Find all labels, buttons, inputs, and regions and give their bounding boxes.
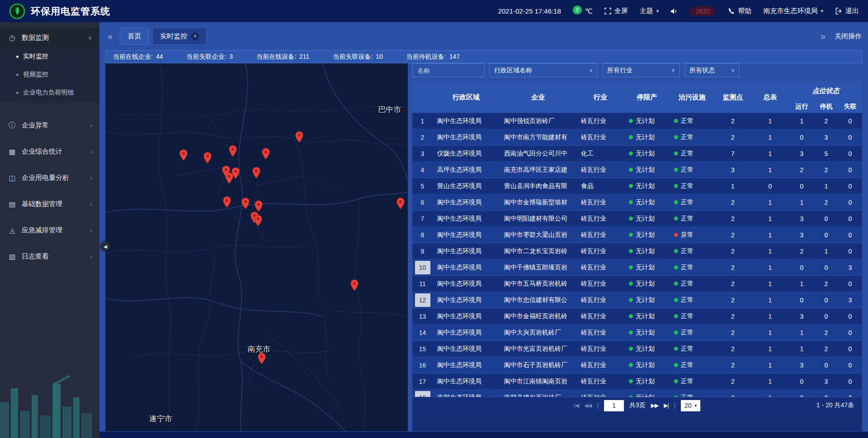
status-dot-icon (629, 119, 633, 123)
sidebar-item-实时监控[interactable]: 实时监控 (0, 47, 99, 66)
cell-company: 阆中市石子页岩机砖厂 (500, 357, 576, 373)
table-row[interactable]: 3仪陇生态环境局西南油气田分公司川中化工无计划正常71350 (412, 146, 862, 162)
table-row[interactable]: 10阆中生态环境局阆中千佛镇五郎垭页岩砖瓦行业无计划正常21003 (412, 259, 862, 276)
col-stopped: 停机 (814, 100, 838, 113)
tab-首页[interactable]: 首页 (120, 28, 149, 45)
speaker-icon (670, 8, 678, 14)
map-pin-icon[interactable] (241, 198, 250, 210)
org-dropdown[interactable]: 南充市生态环境局 ▾ (763, 7, 823, 15)
tabs-scroll-right-icon[interactable]: » (819, 31, 827, 42)
last-page-button[interactable]: ▶| (664, 402, 668, 409)
status-dot-icon (629, 298, 633, 302)
sidebar-item-label: 实时监控 (23, 52, 48, 61)
table-row[interactable]: 8阆中生态环境局阆中市枣碧大梁山页岩砖瓦行业无计划异常21300 (412, 227, 862, 243)
table-row[interactable]: 14阆中生态环境局阆中大兴页岩机砖厂砖瓦行业无计划正常21120 (412, 325, 862, 341)
status-dot-icon (674, 347, 678, 351)
table-row[interactable]: 6阆中生态环境局阆中市金博瑞新型墙材砖瓦行业无计划正常21120 (412, 194, 862, 211)
map-panel[interactable]: 巴中市南充市遂宁市 (105, 63, 408, 431)
map-pin-icon[interactable] (231, 167, 240, 179)
map-pin-icon[interactable] (257, 353, 266, 365)
sidebar-item-label: 视频监控 (23, 71, 48, 79)
cell-total-meter: 1 (751, 357, 789, 373)
table-row[interactable]: 15阆中生态环境局阆中市光富页岩机砖厂砖瓦行业无计划正常21120 (412, 341, 862, 357)
fullscreen-icon (604, 8, 611, 14)
table-row[interactable]: 1阆中生态环境局阆中强锐页岩砖厂砖瓦行业无计划正常21120 (412, 113, 862, 129)
status-select[interactable]: 所有状态 ∨ (684, 63, 740, 77)
cell-running: 1 (789, 194, 814, 210)
stat-label: 当前在线企业: (113, 53, 153, 61)
page-size-select[interactable]: 20 ▾ (681, 400, 700, 411)
status-dot-icon (674, 184, 678, 188)
table-body: 1阆中生态环境局阆中强锐页岩砖厂砖瓦行业无计划正常211202阆中生态环境局阆中… (412, 113, 862, 397)
cell-stopped: 2 (814, 276, 838, 292)
sidebar-section-应急减排管理[interactable]: ◬应急减排管理‹ (0, 220, 99, 240)
table-row[interactable]: 18南部生态环境局南部县建兴页岩砖厂砖瓦行业无计划正常21003 (412, 390, 862, 397)
tab-实时监控[interactable]: 实时监控× (152, 28, 207, 45)
sidebar-section-数据监测[interactable]: ◷数据监测∨ (0, 28, 99, 47)
sidebar-item-视频监控[interactable]: 视频监控 (0, 66, 99, 84)
stats-icon: ▦ (7, 147, 17, 156)
sidebar-section-企业综合统计[interactable]: ▦企业综合统计‹ (0, 141, 99, 161)
cell-total-meter: 1 (751, 129, 789, 145)
map-pin-icon[interactable] (261, 148, 270, 160)
log-icon: ▧ (7, 252, 17, 261)
alarm-count-badge[interactable]: 2632 (689, 6, 716, 16)
table-row[interactable]: 12阆中生态环境局阆中市忠信建材有限公砖瓦行业无计划正常21003 (412, 292, 862, 308)
tabs: 首页实时监控× (120, 28, 207, 45)
cell-monitor-points: 2 (715, 341, 751, 357)
cell-company: 南部县建兴页岩砖厂 (500, 390, 576, 397)
page-input[interactable] (604, 400, 624, 411)
close-operations-dropdown[interactable]: 关闭操作 (835, 32, 862, 41)
table-row[interactable]: 2阆中生态环境局阆中市南方节能建材有砖瓦行业无计划正常21030 (412, 129, 862, 146)
fullscreen-button[interactable]: 全屏 (604, 7, 628, 15)
theme-dropdown[interactable]: 主题 ▾ (640, 7, 659, 15)
help-button[interactable]: 帮助 (728, 7, 751, 15)
map-pin-icon[interactable] (396, 198, 405, 210)
cell-lost: 0 (838, 129, 862, 145)
name-search-input[interactable] (412, 63, 485, 77)
cell-treatment: 正常 (670, 211, 715, 226)
first-page-button[interactable]: |◀ (574, 402, 579, 409)
map-pin-icon[interactable] (254, 215, 262, 227)
sidebar-item-企业电力负荷明细[interactable]: 企业电力负荷明细 (0, 84, 99, 102)
prev-page-button[interactable]: ◀◀ (584, 402, 591, 409)
map-pin-icon[interactable] (229, 145, 237, 157)
industry-select[interactable]: 所有行业 ∨ (602, 63, 680, 77)
cell-lost: 0 (838, 341, 862, 357)
table-row[interactable]: 4高坪生态环境局南充市高坪区王家店建砖瓦行业无计划正常31220 (412, 162, 862, 178)
table-row[interactable]: 17阆中生态环境局阆中市江南镇阆南页岩砖瓦行业无计划正常21030 (412, 373, 862, 390)
region-select[interactable]: 行政区域名称 ∨ (489, 63, 598, 77)
map-pin-icon[interactable] (203, 152, 212, 164)
cell-index: 8 (412, 227, 433, 243)
table-row[interactable]: 9阆中生态环境局阆中市二龙长宝页岩砖砖瓦行业无计划正常21210 (412, 243, 862, 259)
map-collapse-button[interactable]: ◀ (100, 241, 110, 251)
sidebar-section-日志查看[interactable]: ▧日志查看‹ (0, 246, 99, 266)
sidebar-section-基础数据管理[interactable]: ▤基础数据管理‹ (0, 194, 99, 214)
status-dot-icon (674, 379, 678, 383)
cell-stop-limit: 无计划 (624, 146, 670, 161)
logout-button[interactable]: 退出 (835, 7, 859, 15)
sidebar-section-企业异常[interactable]: ⓘ企业异常‹ (0, 115, 99, 135)
close-icon[interactable]: × (191, 33, 199, 40)
table-filler (412, 414, 862, 431)
next-page-button[interactable]: ▶▶ (651, 402, 658, 409)
tabs-scroll-left-icon[interactable]: « (106, 31, 114, 42)
chevron-left-icon: ‹ (90, 253, 92, 260)
table-row[interactable]: 13阆中生态环境局阆中市金福旺页岩机砖砖瓦行业无计划正常21300 (412, 308, 862, 325)
status-dot-icon (674, 298, 678, 302)
map-pin-icon[interactable] (295, 131, 304, 143)
table-header: 行政区域 企业 行业 停限产 治污设施 监测点 总表 点位状态 运行 停机 失联 (412, 81, 862, 113)
cell-treatment: 正常 (670, 292, 715, 308)
table-row[interactable]: 5营山生态环境局营山县润丰肉食品有限食品无计划正常10010 (412, 178, 862, 194)
sidebar-section-企业用电量分析[interactable]: ◫企业用电量分析‹ (0, 168, 99, 188)
map-pin-icon[interactable] (254, 200, 263, 212)
map-pin-icon[interactable] (222, 196, 231, 208)
map-pin-icon[interactable] (350, 279, 359, 292)
alarm-sound-button[interactable] (670, 8, 678, 14)
map-pin-icon[interactable] (252, 167, 260, 179)
cell-stopped: 0 (814, 357, 838, 373)
table-row[interactable]: 7阆中生态环境局阆中明阳建材有限公司砖瓦行业无计划正常21300 (412, 211, 862, 227)
table-row[interactable]: 16阆中生态环境局阆中市石子页岩机砖厂砖瓦行业无计划正常21300 (412, 357, 862, 373)
map-pin-icon[interactable] (179, 149, 188, 161)
table-row[interactable]: 11阆中生态环境局阆中市五马桥页岩机砖砖瓦行业无计划正常21120 (412, 276, 862, 292)
